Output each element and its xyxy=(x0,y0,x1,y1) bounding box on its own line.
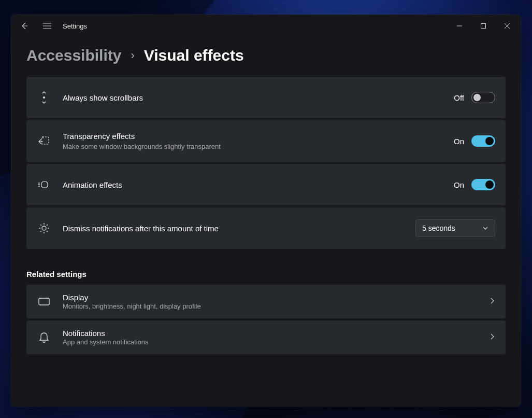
animation-icon xyxy=(37,177,51,192)
chevron-right-icon xyxy=(489,333,495,342)
toggle-state-label: Off xyxy=(454,93,464,102)
transparency-icon xyxy=(37,134,51,148)
setting-dismiss-notifications: Dismiss notifications after this amount … xyxy=(26,207,506,249)
brightness-icon xyxy=(37,221,51,235)
related-display[interactable]: Display Monitors, brightness, night ligh… xyxy=(26,285,506,318)
setting-title: Always show scrollbars xyxy=(63,92,454,103)
window-title: Settings xyxy=(63,22,87,30)
content-area: Accessibility › Visual effects Always sh… xyxy=(11,37,521,407)
chevron-right-icon: › xyxy=(131,49,134,62)
toggle-state-label: On xyxy=(454,137,464,146)
svg-line-18 xyxy=(47,231,48,232)
maximize-button[interactable] xyxy=(471,18,495,34)
close-button[interactable] xyxy=(495,18,519,34)
setting-scrollbars[interactable]: Always show scrollbars Off xyxy=(26,77,506,118)
setting-title: Animation effects xyxy=(63,179,454,190)
svg-rect-4 xyxy=(481,24,486,29)
setting-animation[interactable]: Animation effects On xyxy=(26,164,506,205)
dropdown-value: 5 seconds xyxy=(422,224,455,232)
svg-point-7 xyxy=(43,96,45,99)
window-controls xyxy=(448,18,519,34)
bell-icon xyxy=(37,330,51,345)
setting-description: Make some window backgrounds slightly tr… xyxy=(63,143,454,151)
svg-rect-8 xyxy=(41,137,49,144)
setting-transparency[interactable]: Transparency effects Make some window ba… xyxy=(26,120,506,162)
display-icon xyxy=(37,295,51,309)
related-settings-header: Related settings xyxy=(26,270,506,278)
svg-rect-21 xyxy=(39,298,49,305)
svg-line-19 xyxy=(40,231,41,232)
link-title: Display xyxy=(63,293,489,302)
link-description: Monitors, brightness, night light, displ… xyxy=(63,302,489,310)
chevron-down-icon xyxy=(482,225,488,231)
back-button[interactable] xyxy=(13,15,36,37)
breadcrumb: Accessibility › Visual effects xyxy=(26,47,506,64)
chevron-right-icon xyxy=(489,297,495,306)
scrollbars-icon xyxy=(37,90,51,105)
settings-window: Settings Accessibility › Visual effects xyxy=(11,15,521,407)
svg-point-12 xyxy=(42,226,46,230)
related-notifications[interactable]: Notifications App and system notificatio… xyxy=(26,321,506,354)
link-title: Notifications xyxy=(63,329,489,338)
animation-toggle[interactable] xyxy=(471,179,495,190)
title-bar: Settings xyxy=(11,15,521,37)
page-title: Visual effects xyxy=(144,47,244,64)
breadcrumb-parent[interactable]: Accessibility xyxy=(26,47,121,64)
menu-button[interactable] xyxy=(36,15,59,37)
link-description: App and system notifications xyxy=(63,338,489,346)
setting-title: Transparency effects xyxy=(63,131,454,142)
svg-line-20 xyxy=(47,225,48,226)
scrollbars-toggle[interactable] xyxy=(471,92,495,103)
dismiss-time-dropdown[interactable]: 5 seconds xyxy=(415,219,495,237)
toggle-state-label: On xyxy=(454,180,464,189)
svg-line-17 xyxy=(40,225,41,226)
transparency-toggle[interactable] xyxy=(471,135,495,147)
setting-title: Dismiss notifications after this amount … xyxy=(63,223,415,234)
minimize-button[interactable] xyxy=(448,18,471,34)
